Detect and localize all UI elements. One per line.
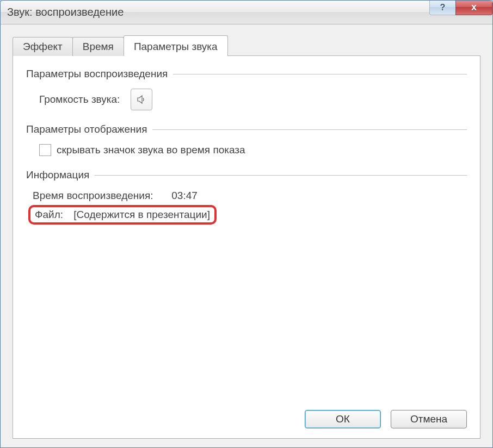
dialog-buttons: ОК Отмена <box>26 402 467 428</box>
tab-panel: Параметры воспроизведения Громкость звук… <box>13 55 480 439</box>
button-label: Отмена <box>410 413 447 425</box>
volume-button[interactable] <box>131 89 152 110</box>
divider <box>95 175 467 176</box>
group-playback-content: Громкость звука: <box>26 89 467 110</box>
volume-label: Громкость звука: <box>39 94 120 105</box>
spacer <box>26 228 467 402</box>
tab-sound-settings[interactable]: Параметры звука <box>124 35 228 56</box>
hide-icon-checkbox[interactable] <box>39 144 51 156</box>
close-button[interactable]: x <box>455 0 492 15</box>
button-label: ОК <box>336 413 350 425</box>
window-body: Эффект Время Параметры звука Параметры в… <box>1 24 492 447</box>
cancel-button[interactable]: Отмена <box>391 410 467 428</box>
duration-label: Время воспроизведения: <box>33 190 169 202</box>
help-icon: ? <box>440 3 446 13</box>
tab-effect[interactable]: Эффект <box>13 37 73 56</box>
titlebar-buttons: ? x <box>429 1 492 15</box>
tab-label: Эффект <box>23 41 63 52</box>
file-label: Файл: <box>35 209 63 221</box>
titlebar: Звук: воспроизведение ? x <box>1 1 492 24</box>
tab-label: Время <box>83 41 114 52</box>
group-playback-header: Параметры воспроизведения <box>26 68 467 80</box>
group-info-header: Информация <box>26 169 467 181</box>
window-title: Звук: воспроизведение <box>7 6 124 18</box>
group-title: Информация <box>26 169 89 181</box>
file-row: Файл: [Содержится в презентации] <box>33 205 467 225</box>
group-display-content: скрывать значок звука во время показа <box>26 144 467 156</box>
tab-label: Параметры звука <box>134 41 218 52</box>
help-button[interactable]: ? <box>429 0 455 15</box>
file-value: [Содержится в презентации] <box>73 209 210 220</box>
tab-strip: Эффект Время Параметры звука <box>13 35 480 56</box>
divider <box>152 129 467 130</box>
dialog-window: Звук: воспроизведение ? x Эффект Время П… <box>0 0 493 448</box>
group-display-header: Параметры отображения <box>26 123 467 135</box>
tab-timing[interactable]: Время <box>72 37 124 56</box>
duration-value: 03:47 <box>171 190 198 201</box>
group-title: Параметры отображения <box>26 123 147 135</box>
group-info-content: Время воспроизведения: 03:47 Файл: [Соде… <box>26 190 467 228</box>
group-title: Параметры воспроизведения <box>26 68 168 80</box>
highlight-annotation: Файл: [Содержится в презентации] <box>28 205 217 225</box>
hide-icon-label: скрывать значок звука во время показа <box>57 144 245 156</box>
speaker-icon <box>136 94 147 105</box>
divider <box>173 74 467 74</box>
duration-row: Время воспроизведения: 03:47 <box>33 190 467 202</box>
ok-button[interactable]: ОК <box>305 410 381 428</box>
close-icon: x <box>471 2 477 13</box>
